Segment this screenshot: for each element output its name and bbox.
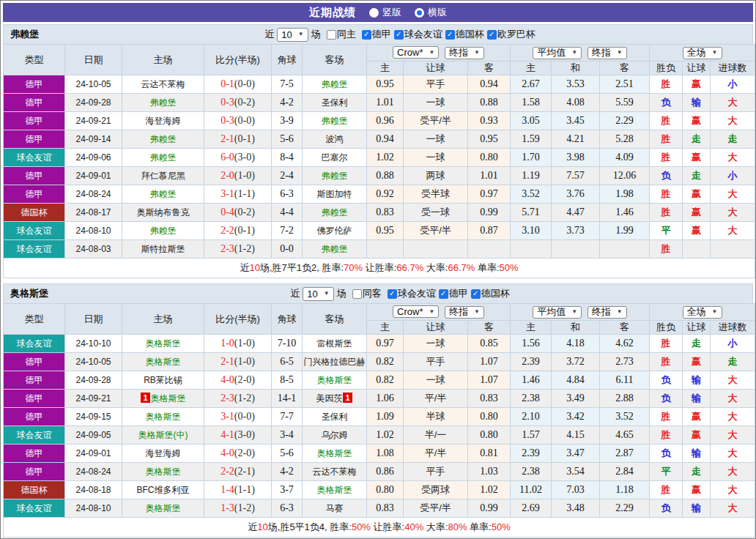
odds-final-select[interactable]: 终指▼ (445, 47, 484, 59)
col-header-home: 主场 (122, 45, 204, 75)
radio-label: 横版 (428, 6, 447, 19)
avg-source-select[interactable]: 平均值▼ (533, 47, 582, 59)
same-venue-checkbox[interactable]: 同主 (327, 28, 356, 41)
league-cell: 德甲 (4, 463, 65, 481)
fulltime-score: 4-1 (220, 429, 234, 440)
match-count-select[interactable]: 10 ▼ (303, 287, 333, 301)
avg-source-select[interactable]: 平均值▼ (533, 306, 582, 319)
match-count-value: 10 (307, 289, 317, 300)
away-team-cell: 奥格斯堡 (303, 445, 367, 463)
league-filter-checkbox[interactable]: 德甲 (362, 28, 391, 41)
league-cell: 德甲 (4, 167, 65, 185)
league-cell: 德甲 (4, 353, 65, 371)
odds-source-select[interactable]: Crow*▼ (393, 305, 439, 318)
avg-draw-cell: 3.53 (552, 75, 600, 94)
team-name-text: 奥格斯堡 (146, 466, 181, 477)
goals-result-cell: 小 (711, 167, 755, 185)
team-name-text: 奥格斯堡(中) (138, 430, 188, 440)
odds-final-select[interactable]: 终指▼ (445, 306, 484, 319)
score-cell: 2-2(2-1) (204, 463, 272, 481)
avg-home-cell: 2.39 (511, 445, 552, 463)
goals-result-cell: 小 (711, 335, 755, 353)
date-cell: 24-08-24 (65, 185, 122, 204)
matches-table: 类型 日期 主场 比分(半场) 角球 客场 Crow*▼ 终指▼ 平均值▼ 终指… (3, 303, 755, 538)
summary-text: 大率: (423, 262, 448, 273)
radio-vertical-layout[interactable]: 竖版 (369, 6, 401, 19)
corners-cell: 6-3 (272, 185, 303, 204)
away-team-cell: 云达不莱梅 (303, 463, 367, 481)
col-header-away: 客场 (303, 45, 367, 75)
home-team-cell: 奥格斯堡(中) (122, 426, 204, 445)
avg-home-cell: 3.05 (511, 112, 552, 130)
sections-container: 弗赖堡 近 10 ▼ 场 同主 德甲球会友谊德国杯欧罗巴杯 (2, 24, 754, 538)
league-filter-checkbox[interactable]: 欧罗巴杯 (487, 28, 536, 41)
handicap-result-cell: 输 (683, 499, 711, 518)
halftime-score: (0-2) (234, 97, 255, 108)
result-cell: 负 (650, 499, 683, 518)
avg-away-cell: 5.28 (600, 130, 650, 149)
chevron-down-icon: ▼ (324, 291, 330, 297)
handicap-result-cell: 走 (683, 130, 711, 149)
avg-home-cell: 2.69 (511, 499, 552, 518)
avg-away-cell: 1.18 (600, 481, 650, 499)
odds-home-cell: 1.09 (367, 408, 404, 426)
odds-source-value: Crow* (397, 47, 423, 58)
col-header-away: 客场 (303, 304, 367, 335)
team-name-text: 奥格斯堡 (317, 375, 352, 385)
halftime-score: (0-0) (234, 78, 255, 89)
home-team-cell: 云达不莱梅 (122, 75, 204, 94)
league-filter-checkbox[interactable]: 球会友谊 (388, 287, 436, 300)
league-cell: 德甲 (4, 445, 65, 463)
odds-away-cell: 0.80 (468, 408, 511, 426)
match-row: 球会友谊24-08-03斯特拉斯堡2-3(1-2)0-0弗赖堡胜 (4, 240, 755, 259)
corners-cell: 6-3 (272, 499, 303, 518)
away-team-cell: 佛罗伦萨 (303, 222, 367, 240)
result-cell: 负 (650, 371, 683, 390)
league-filter-checkbox[interactable]: 德国杯 (445, 28, 484, 41)
same-venue-checkbox[interactable]: 同客 (352, 287, 382, 300)
odds-away-cell: 0.81 (468, 445, 511, 463)
scope-select[interactable]: 全场▼ (683, 306, 722, 319)
handicap-cell: 两球 (404, 167, 468, 185)
handicap-result-cell: 走 (683, 335, 711, 353)
odds-away-cell: 0.88 (468, 94, 511, 112)
avg-draw-cell: 7.03 (552, 481, 600, 499)
halftime-score: (1-0) (234, 170, 255, 181)
home-team-cell: 弗赖堡 (122, 222, 204, 240)
summary-stat-value: 40% (404, 521, 423, 532)
result-cell: 胜 (650, 185, 683, 204)
checkbox-icon (445, 30, 455, 40)
match-count-select[interactable]: 10 ▼ (277, 28, 308, 42)
filter-bar: 弗赖堡 近 10 ▼ 场 同主 德甲球会友谊德国杯欧罗巴杯 (3, 24, 753, 44)
radio-horizontal-layout[interactable]: 横版 (415, 6, 447, 19)
avg-final-select[interactable]: 终指▼ (588, 306, 627, 319)
fulltime-score: 4-0 (220, 447, 234, 458)
odds-home-cell: 1.01 (367, 94, 404, 112)
league-filter-checkbox[interactable]: 球会友谊 (394, 28, 442, 41)
home-team-cell: 弗赖堡 (122, 94, 204, 112)
halftime-score: (2-0) (234, 447, 255, 458)
summary-text: 大率: (423, 521, 448, 532)
avg-draw-cell: 3.76 (552, 185, 600, 204)
avg-home-cell: 1.56 (511, 335, 552, 353)
avg-draw-cell: 3.45 (552, 112, 600, 130)
league-filter-checkbox[interactable]: 德甲 (439, 287, 468, 300)
league-filter-label: 欧罗巴杯 (497, 28, 536, 41)
scope-select[interactable]: 全场▼ (683, 47, 722, 59)
odds-source-select[interactable]: Crow*▼ (393, 46, 439, 59)
team-name-text: 弗赖堡 (322, 171, 348, 181)
fulltime-score: 0-4 (220, 207, 234, 218)
team-name-text: 云达不莱梅 (141, 79, 185, 89)
odds-home-cell: 0.94 (367, 130, 404, 149)
league-filter-checkbox[interactable]: 德国杯 (471, 287, 510, 300)
chevron-down-icon: ▼ (474, 50, 480, 56)
avg-final-select[interactable]: 终指▼ (588, 47, 627, 59)
halftime-score: (1-2) (234, 502, 255, 513)
league-cell: 德甲 (4, 94, 65, 112)
result-cell: 负 (650, 390, 683, 408)
league-cell: 德甲 (4, 371, 65, 390)
goals-result-cell: 大 (711, 204, 755, 222)
halftime-score: (0-2) (234, 207, 255, 218)
match-row: 德甲24-09-21海登海姆0-3(0-0)3-9弗赖堡0.96受平/半0.93… (4, 112, 755, 130)
date-cell: 24-09-06 (65, 149, 122, 167)
